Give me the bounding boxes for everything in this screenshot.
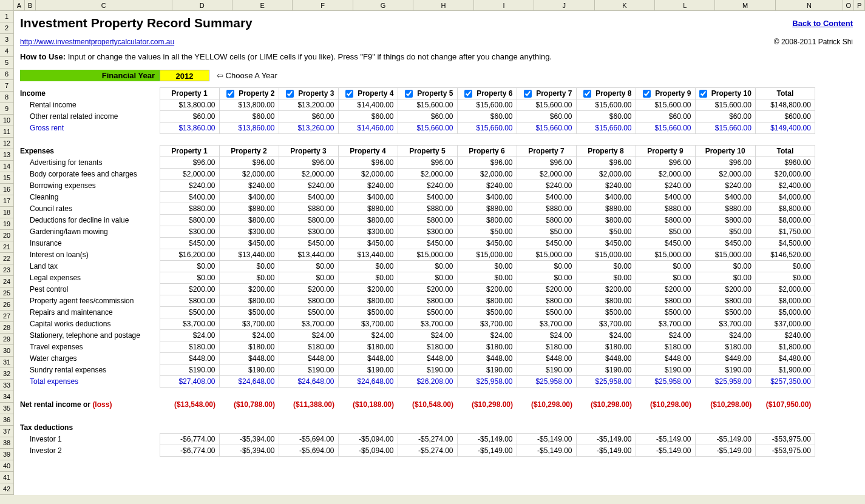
row-header-28[interactable]: 28	[0, 322, 13, 334]
cell[interactable]: $240.00	[457, 180, 517, 192]
row-header-38[interactable]: 38	[0, 437, 13, 449]
col-header-G[interactable]: G	[353, 0, 413, 10]
cell[interactable]: $96.00	[160, 157, 219, 169]
row-header-36[interactable]: 36	[0, 414, 13, 426]
cell[interactable]: $20,000.00	[755, 169, 815, 180]
cell[interactable]: $500.00	[219, 307, 279, 318]
cell[interactable]: $500.00	[576, 307, 636, 318]
cell[interactable]: $190.00	[457, 365, 517, 376]
cell[interactable]: $0.00	[755, 261, 815, 272]
cell[interactable]: $15,600.00	[695, 99, 755, 111]
row-header-8[interactable]: 8	[0, 92, 13, 103]
row-header-30[interactable]: 30	[0, 345, 13, 357]
cell[interactable]: $800.00	[457, 295, 517, 307]
cell[interactable]: $96.00	[576, 157, 636, 169]
cell[interactable]: $96.00	[398, 157, 457, 169]
cell[interactable]: $96.00	[219, 157, 279, 169]
cell[interactable]: $0.00	[517, 272, 576, 284]
cell[interactable]: $24.00	[636, 330, 695, 341]
cell[interactable]: $96.00	[457, 157, 517, 169]
cell[interactable]: $180.00	[636, 341, 695, 353]
cell[interactable]: $450.00	[576, 238, 636, 249]
row-header-7[interactable]: 7	[0, 80, 13, 92]
cell[interactable]: $800.00	[279, 215, 338, 226]
cell[interactable]: $400.00	[219, 192, 279, 203]
cell[interactable]: $190.00	[636, 365, 695, 376]
cell[interactable]: $448.00	[576, 353, 636, 365]
cell[interactable]: $240.00	[755, 330, 815, 341]
cell[interactable]: $60.00	[576, 111, 636, 123]
cell[interactable]: $15,000.00	[517, 249, 576, 261]
col-header-P[interactable]: P	[854, 0, 865, 10]
cell[interactable]: $880.00	[517, 203, 576, 215]
cell[interactable]: $15,600.00	[457, 99, 517, 111]
cell[interactable]: $2,000.00	[160, 169, 219, 180]
cell[interactable]: $24.00	[398, 330, 457, 341]
row-header-22[interactable]: 22	[0, 253, 13, 264]
cell[interactable]: $50.00	[457, 226, 517, 238]
cell[interactable]: $0.00	[457, 272, 517, 284]
cell[interactable]: $0.00	[576, 272, 636, 284]
cell[interactable]: $13,800.00	[219, 99, 279, 111]
property-2-checkbox[interactable]	[226, 90, 234, 98]
cell[interactable]: $37,000.00	[755, 318, 815, 330]
row-header-31[interactable]: 31	[0, 357, 13, 368]
cell[interactable]: $450.00	[695, 238, 755, 249]
cell[interactable]: $0.00	[517, 261, 576, 272]
cell[interactable]: $448.00	[457, 353, 517, 365]
cell[interactable]: $200.00	[338, 284, 398, 295]
cell[interactable]: $200.00	[695, 284, 755, 295]
row-header-21[interactable]: 21	[0, 241, 13, 253]
cell[interactable]: $880.00	[279, 203, 338, 215]
cell[interactable]: $400.00	[398, 192, 457, 203]
cell[interactable]: $190.00	[517, 365, 576, 376]
row-header-14[interactable]: 14	[0, 161, 13, 172]
cell[interactable]: $3,700.00	[160, 318, 219, 330]
cell[interactable]: $960.00	[755, 157, 815, 169]
row-header-2[interactable]: 2	[0, 22, 13, 34]
cell[interactable]: $96.00	[636, 157, 695, 169]
cell[interactable]: $15,600.00	[576, 99, 636, 111]
cell[interactable]: $1,800.00	[755, 341, 815, 353]
cell[interactable]: $2,000.00	[338, 169, 398, 180]
cell[interactable]: $500.00	[636, 307, 695, 318]
cell[interactable]: $600.00	[755, 111, 815, 123]
cell[interactable]: $800.00	[695, 295, 755, 307]
col-header-F[interactable]: F	[293, 0, 353, 10]
cell[interactable]: $60.00	[636, 111, 695, 123]
row-header-26[interactable]: 26	[0, 299, 13, 311]
cell[interactable]: $2,000.00	[517, 169, 576, 180]
row-header-16[interactable]: 16	[0, 184, 13, 195]
cell[interactable]: $0.00	[160, 272, 219, 284]
cell[interactable]: $3,700.00	[517, 318, 576, 330]
cell[interactable]: $180.00	[160, 341, 219, 353]
row-header-29[interactable]: 29	[0, 334, 13, 345]
row-header-3[interactable]: 3	[0, 34, 13, 45]
cell[interactable]: $448.00	[517, 353, 576, 365]
row-header-11[interactable]: 11	[0, 126, 13, 138]
cell[interactable]: $190.00	[338, 365, 398, 376]
cell[interactable]: $200.00	[398, 284, 457, 295]
cell[interactable]: $60.00	[517, 111, 576, 123]
cell[interactable]: $96.00	[517, 157, 576, 169]
cell[interactable]: $60.00	[695, 111, 755, 123]
cell[interactable]: $880.00	[576, 203, 636, 215]
cell[interactable]: $800.00	[695, 215, 755, 226]
property-9-checkbox[interactable]	[643, 90, 651, 98]
col-header-J[interactable]: J	[534, 0, 594, 10]
cell[interactable]: $240.00	[576, 180, 636, 192]
row-header-27[interactable]: 27	[0, 311, 13, 322]
cell[interactable]: $8,000.00	[755, 295, 815, 307]
cell[interactable]: $60.00	[398, 111, 457, 123]
cell[interactable]: $190.00	[695, 365, 755, 376]
cell[interactable]: $180.00	[576, 341, 636, 353]
cell[interactable]: $4,000.00	[755, 192, 815, 203]
cell[interactable]: $2,000.00	[279, 169, 338, 180]
cell[interactable]: $880.00	[457, 203, 517, 215]
cell[interactable]: $400.00	[517, 192, 576, 203]
cell[interactable]: $800.00	[398, 295, 457, 307]
cell[interactable]: $3,700.00	[279, 318, 338, 330]
cell[interactable]: $300.00	[160, 226, 219, 238]
property-6-checkbox[interactable]	[464, 90, 472, 98]
cell[interactable]: $180.00	[457, 341, 517, 353]
